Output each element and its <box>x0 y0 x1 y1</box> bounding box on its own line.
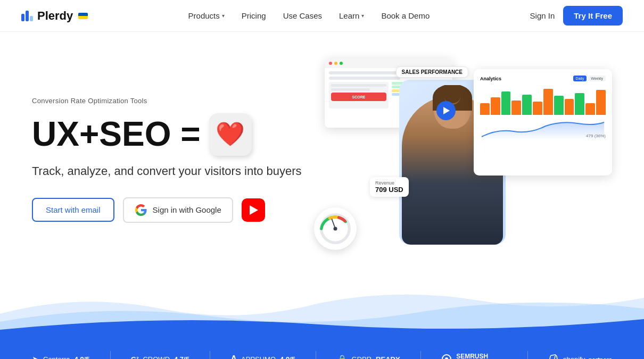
nav-use-cases[interactable]: Use Cases <box>283 11 322 20</box>
divider <box>316 351 316 359</box>
appsumo-icon: A <box>230 354 237 359</box>
sparkline-label: 479 (36%) <box>586 133 606 138</box>
speed-gauge <box>314 207 357 250</box>
bar-chart <box>480 86 606 115</box>
hero-headline: UX+SEO = ❤️ <box>32 113 302 156</box>
analytics-title: Analytics <box>480 76 501 81</box>
logo[interactable]: Plerdy <box>21 9 88 23</box>
analytics-dashboard: Analytics Daily Weekly <box>474 69 612 176</box>
trust-gdpr: 🔒 GDPR READY <box>337 354 400 360</box>
price-value: 709 USD <box>375 186 403 194</box>
sparkline-chart: 479 (36%) <box>480 118 606 139</box>
hero-content: Conversion Rate Optimization Tools UX+SE… <box>32 97 302 223</box>
divider <box>527 351 528 359</box>
price-label: Revenue <box>375 180 403 186</box>
chevron-down-icon: ▾ <box>361 13 364 19</box>
heart-icon: ❤️ <box>209 113 252 156</box>
capterra-icon: ➤ <box>32 354 39 360</box>
tab-daily[interactable]: Daily <box>573 76 587 81</box>
trust-g2crowd: G² CROWD 4.7/5 <box>131 355 189 360</box>
play-icon <box>250 205 258 215</box>
navbar: Plerdy Products ▾ Pricing Use Cases Lear… <box>0 0 644 32</box>
nav-products[interactable]: Products ▾ <box>188 11 225 20</box>
sales-performance-badge: SALES PERFORMANCE <box>396 66 468 78</box>
play-icon <box>443 107 450 114</box>
nav-pricing[interactable]: Pricing <box>242 11 266 20</box>
tab-weekly[interactable]: Weekly <box>588 76 606 81</box>
logo-icon <box>21 11 33 21</box>
divider <box>110 351 111 359</box>
start-email-button[interactable]: Start with email <box>32 198 114 222</box>
trust-capterra: ➤ Capterra 4.9/5 <box>32 354 90 360</box>
trust-semrush: SEMRUSH TECHNICAL PARTNER <box>441 353 507 359</box>
google-icon <box>135 204 147 216</box>
youtube-button[interactable] <box>242 198 265 222</box>
nav-book-demo[interactable]: Book a Demo <box>381 11 430 20</box>
lock-icon: 🔒 <box>337 354 348 360</box>
video-play-button[interactable] <box>436 101 456 120</box>
hero-section: Conversion Rate Optimization Tools UX+SE… <box>0 32 644 277</box>
divider <box>210 351 210 359</box>
wave-transition <box>0 282 644 340</box>
nav-learn[interactable]: Learn ▾ <box>339 11 364 20</box>
semrush-icon <box>441 354 452 359</box>
divider <box>420 351 421 359</box>
g2-icon: G² <box>131 355 138 360</box>
nav-actions: Sign In Try It Free <box>530 6 623 26</box>
hero-buttons: Start with email Sign in with Google <box>32 197 302 223</box>
price-tag: Revenue 709 USD <box>370 177 409 197</box>
shopify-icon <box>548 354 559 359</box>
svg-point-2 <box>334 227 337 231</box>
ukraine-flag <box>78 13 88 19</box>
try-it-free-button[interactable]: Try It Free <box>563 6 623 26</box>
trust-shopify: shopify partners <box>548 354 612 359</box>
hero-tagline: Track, analyze, and convert your visitor… <box>32 164 302 178</box>
logo-text: Plerdy <box>37 9 73 23</box>
hero-subtitle: Conversion Rate Optimization Tools <box>32 97 302 105</box>
wave-svg <box>0 282 644 340</box>
trust-appsumo: A APPSUMO 4.9/5 <box>230 354 295 359</box>
signin-link[interactable]: Sign In <box>530 11 555 20</box>
hero-visuals: SALES PERFORMANCE SCORE <box>314 59 612 261</box>
trust-bar: ➤ Capterra 4.9/5 G² CROWD 4.7/5 A APPSUM… <box>0 340 644 359</box>
nav-links: Products ▾ Pricing Use Cases Learn ▾ Boo… <box>188 11 430 20</box>
chevron-down-icon: ▾ <box>222 13 225 19</box>
google-signin-button[interactable]: Sign in with Google <box>123 197 233 223</box>
